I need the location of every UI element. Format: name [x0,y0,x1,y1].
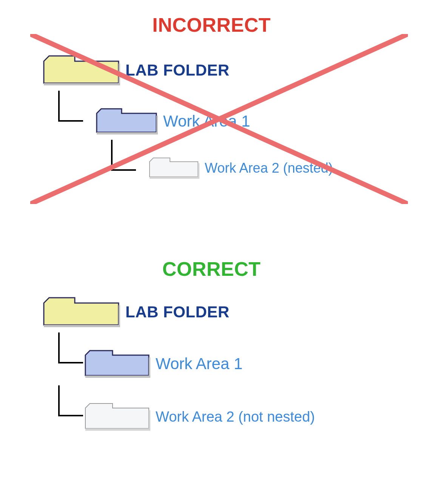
incorrect-section: INCORRECT LAB FOLDER [30,0,393,36]
folder-blue-icon [94,106,159,137]
svg-rect-3 [119,63,120,85]
svg-rect-8 [44,325,119,327]
correct-heading: CORRECT [30,258,393,280]
incorrect-work1-row: Work Area 1 [94,106,250,137]
correct-lab-row: LAB FOLDER [42,295,230,329]
svg-rect-13 [149,410,150,431]
work1-label: Work Area 1 [163,112,250,130]
svg-rect-11 [149,357,150,378]
lab-folder-label: LAB FOLDER [125,61,230,79]
svg-rect-12 [85,428,149,431]
correct-section: CORRECT LAB FOLDER [30,253,393,280]
folder-blue-icon [83,348,151,380]
work1-label: Work Area 1 [156,355,242,373]
svg-rect-2 [44,83,119,85]
correct-work1-row: Work Area 1 [83,348,242,380]
incorrect-heading: INCORRECT [30,14,393,36]
incorrect-lab-row: LAB FOLDER [42,53,230,88]
folder-yellow-icon [42,53,121,88]
tree-connector-icon [57,385,87,419]
svg-rect-6 [150,177,198,179]
correct-work2-row: Work Area 2 (not nested) [83,400,315,433]
work2-nested-label: Work Area 2 (nested) [205,160,333,176]
folder-white-icon [147,155,200,181]
svg-rect-4 [97,132,156,135]
tree-connector-icon [57,91,87,125]
svg-rect-7 [198,163,199,179]
svg-rect-5 [156,116,158,135]
lab-folder-label: LAB FOLDER [125,303,230,321]
folder-yellow-icon [42,295,121,329]
diagram-page: INCORRECT LAB FOLDER [0,0,423,504]
work2-notnested-label: Work Area 2 (not nested) [156,409,315,425]
incorrect-work2-row: Work Area 2 (nested) [147,155,333,181]
svg-rect-10 [85,376,149,378]
tree-connector-icon [110,140,140,174]
svg-rect-9 [119,305,120,327]
tree-connector-icon [57,332,87,366]
folder-white-icon [83,400,151,433]
